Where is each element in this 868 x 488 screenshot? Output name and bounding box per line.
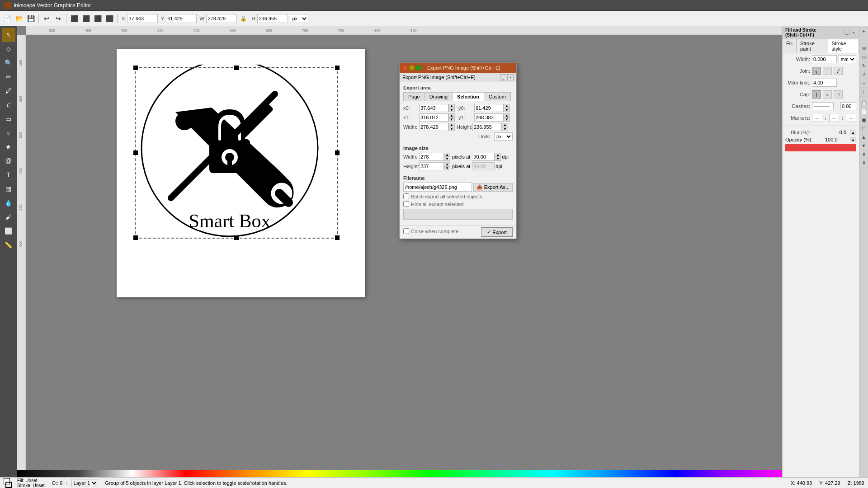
fs-close-btn[interactable]: × <box>851 30 856 35</box>
img-width-input[interactable] <box>419 153 444 161</box>
blur-up[interactable]: ▲ <box>850 130 856 135</box>
spiral-tool[interactable]: @ <box>2 154 15 168</box>
align-left-btn[interactable]: ⬛ <box>69 13 80 24</box>
dialog-min-btn[interactable] <box>409 65 415 70</box>
callig-tool[interactable]: 𝓒 <box>2 98 15 112</box>
export-button[interactable]: ✓ Export <box>481 227 513 237</box>
ri-top[interactable]: ⬆ <box>860 150 868 158</box>
zoom-tool[interactable]: 🔍 <box>2 56 15 70</box>
ri-zoom-out[interactable]: − <box>860 36 868 44</box>
dpi1-dn[interactable]: ▼ <box>495 157 501 161</box>
height-input[interactable] <box>472 123 502 131</box>
tab-fill[interactable]: Fill <box>783 39 797 53</box>
join-round-btn[interactable]: ⌒ <box>823 67 832 75</box>
dialog-sub-min[interactable]: _ <box>500 74 506 80</box>
ri-bottom[interactable]: ⬇ <box>860 159 868 167</box>
ri-flip-h[interactable]: ↔ <box>860 79 868 87</box>
miter-input[interactable] <box>812 79 837 87</box>
dashes-input[interactable] <box>840 102 856 110</box>
cap-butt-btn[interactable]: | <box>812 90 821 99</box>
tab-page[interactable]: Page <box>403 92 425 101</box>
redo-btn[interactable]: ↪ <box>53 13 64 24</box>
ri-rotate-cw[interactable]: ↻ <box>860 61 868 70</box>
lock-aspect-btn[interactable]: 🔒 <box>238 13 249 24</box>
width-dn[interactable]: ▼ <box>448 127 455 131</box>
x1-input[interactable] <box>419 113 448 122</box>
h-input[interactable] <box>257 14 288 23</box>
tab-custom[interactable]: Custom <box>484 92 511 101</box>
x1-up[interactable]: ▲ <box>448 113 455 117</box>
dialog-close-btn[interactable] <box>402 65 408 70</box>
dialog-max-btn[interactable] <box>416 65 421 70</box>
save-btn[interactable]: 💾 <box>25 13 36 24</box>
filename-input[interactable] <box>403 183 472 192</box>
y-input[interactable] <box>166 14 197 23</box>
ri-group[interactable]: ▣ <box>860 116 868 124</box>
align-center-btn[interactable]: ⬛ <box>80 13 91 24</box>
width-up[interactable]: ▲ <box>448 123 455 127</box>
ri-raise[interactable]: ▲ <box>860 133 868 141</box>
paint-tool[interactable]: 🖌 <box>2 210 15 224</box>
open-btn[interactable]: 📂 <box>14 13 24 24</box>
node-tool[interactable]: ◇ <box>2 42 15 56</box>
img-width-dn[interactable]: ▼ <box>444 157 450 161</box>
tab-selection[interactable]: Selection <box>452 92 484 101</box>
pencil-tool[interactable]: ✏ <box>2 70 15 84</box>
canvas-area[interactable]: 350 400 450 500 550 600 650 700 750 800 … <box>17 26 782 478</box>
width-unit-select[interactable]: mmpxin <box>839 55 856 63</box>
star-tool[interactable]: ★ <box>2 140 15 154</box>
img-width-up[interactable]: ▲ <box>444 153 450 157</box>
tab-stroke-style[interactable]: Stroke style <box>828 39 859 53</box>
dpi1-up[interactable]: ▲ <box>495 153 501 157</box>
width-fs-input[interactable] <box>812 55 837 63</box>
gradient-tool[interactable]: ▦ <box>2 182 15 196</box>
ri-copy-style[interactable]: 📋 <box>860 99 868 107</box>
color-swatch-bar[interactable] <box>17 470 782 477</box>
height-dn[interactable]: ▼ <box>502 127 508 131</box>
ri-lower[interactable]: ▼ <box>860 141 868 150</box>
distribute-btn[interactable]: ⬛ <box>104 13 115 24</box>
cap-round-btn[interactable]: ○ <box>823 90 832 99</box>
opacity-bar-container[interactable] <box>783 143 859 152</box>
circle-tool[interactable]: ○ <box>2 126 15 140</box>
pen-tool[interactable]: 🖊 <box>2 84 15 98</box>
width-input[interactable] <box>419 123 448 131</box>
hide-except-checkbox[interactable] <box>403 201 409 207</box>
img-height-dn[interactable]: ▼ <box>444 166 450 170</box>
dropper-tool[interactable]: 💧 <box>2 196 15 210</box>
opacity-up[interactable]: ▲ <box>850 137 856 142</box>
export-as-btn[interactable]: 📤 Export As... <box>473 183 513 192</box>
x0-dn[interactable]: ▼ <box>448 108 455 112</box>
align-right-btn[interactable]: ⬛ <box>92 13 103 24</box>
select-tool[interactable]: ↖ <box>2 28 15 42</box>
tab-drawing[interactable]: Drawing <box>425 92 453 101</box>
close-when-complete-checkbox[interactable] <box>403 228 409 234</box>
opacity-bar[interactable] <box>785 144 856 151</box>
new-btn[interactable]: 📄 <box>2 13 13 24</box>
stroke-swatch[interactable] <box>5 482 12 488</box>
units-select[interactable]: pxmmin <box>494 132 513 141</box>
dpi2-input[interactable] <box>472 162 495 170</box>
ri-zoom-fit[interactable]: ⊞ <box>860 44 868 52</box>
y0-dn[interactable]: ▼ <box>504 108 510 112</box>
x1-dn[interactable]: ▼ <box>448 117 455 122</box>
cap-square-btn[interactable]: □ <box>834 90 843 99</box>
y0-up[interactable]: ▲ <box>504 104 510 108</box>
undo-btn[interactable]: ↩ <box>41 13 52 24</box>
fs-min-btn[interactable]: _ <box>844 30 850 35</box>
tab-stroke-paint[interactable]: Stroke paint <box>797 39 828 53</box>
img-height-input[interactable] <box>419 162 444 170</box>
y1-dn[interactable]: ▼ <box>504 117 510 122</box>
ri-rotate-ccw[interactable]: ↺ <box>860 70 868 78</box>
x0-input[interactable] <box>419 104 448 112</box>
join-miter-btn[interactable]: ┐ <box>812 67 821 75</box>
dpi1-input[interactable] <box>472 153 495 161</box>
height-up[interactable]: ▲ <box>502 123 508 127</box>
eraser-tool[interactable]: ⬜ <box>2 224 15 238</box>
dialog-sub-close[interactable]: × <box>507 74 514 80</box>
w-input[interactable] <box>206 14 237 23</box>
y1-up[interactable]: ▲ <box>504 113 510 117</box>
x-input[interactable] <box>127 14 158 23</box>
layer-select[interactable]: Layer 1 <box>71 479 98 487</box>
ri-zoom-in[interactable]: + <box>860 27 868 35</box>
